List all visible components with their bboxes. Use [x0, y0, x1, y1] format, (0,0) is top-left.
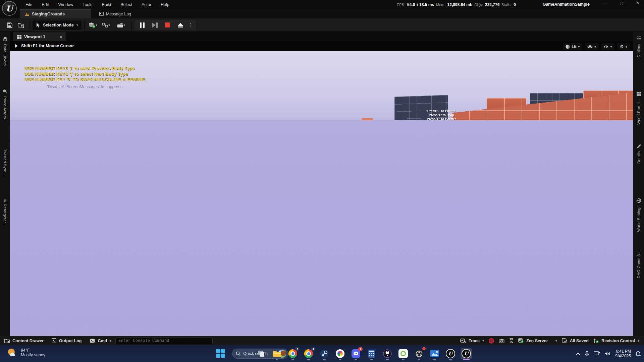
sidebar-item-ik-retargeter[interactable]: IK Retargeter... [0, 199, 10, 226]
crosshair-cursor [319, 189, 325, 194]
menu-file[interactable]: File [21, 1, 36, 8]
pause-icon [140, 22, 145, 28]
unreal-engine-icon[interactable]: U [445, 348, 456, 359]
volume-icon[interactable] [605, 351, 610, 356]
calculator-icon[interactable] [366, 348, 377, 359]
menu-edit[interactable]: Edit [38, 1, 53, 8]
color-wheel-app-icon[interactable] [334, 348, 346, 359]
insights-record-icon[interactable] [489, 338, 494, 344]
file-explorer-icon[interactable] [271, 348, 283, 359]
ue-glyph: U [446, 349, 455, 358]
show-flags-dropdown[interactable]: ▾ [585, 43, 599, 50]
browse-content-button[interactable] [15, 20, 27, 30]
tray-chevron-up-icon[interactable] [576, 352, 580, 355]
step-forward-icon [152, 22, 156, 28]
suppress-hint: 'DisableAllScreenMessages' to suppress [47, 84, 122, 89]
world-partition-icon [636, 92, 641, 97]
viewport-settings-dropdown[interactable]: ⚙ ▾ [617, 43, 630, 50]
cursor-arrow-icon [15, 44, 18, 48]
hourglass-icon[interactable] [509, 338, 514, 343]
viewport-tab[interactable]: Viewport 1 ✕ [13, 33, 66, 41]
performance-stats: FPS: 54.0 / 18.5 ms Mem: 12,898.64 mb Ob… [397, 0, 516, 9]
menu-window[interactable]: Window [54, 1, 77, 8]
prompt-line: Press 'L' to Drop [405, 113, 478, 117]
network-display-icon[interactable] [594, 351, 600, 356]
eject-icon [178, 23, 183, 27]
sidebar-item-world-settings[interactable]: World Settings [633, 198, 644, 232]
green-ring-app-icon[interactable] [397, 348, 409, 359]
cinematics-button[interactable]: ▾ [113, 20, 129, 30]
menu-build[interactable]: Build [98, 1, 115, 8]
eject-button[interactable] [175, 21, 186, 29]
mem-value: 12,898.64 mb [447, 2, 473, 7]
photos-icon[interactable] [429, 348, 440, 359]
add-actor-button[interactable]: ▾ [87, 20, 99, 30]
all-saved-button[interactable]: All Saved [562, 336, 589, 346]
github-icon[interactable] [382, 348, 393, 359]
menu-select[interactable]: Select [116, 1, 136, 8]
camera-speed-dropdown[interactable]: ▾ [601, 43, 614, 50]
details-icon [636, 144, 641, 149]
console-command-input[interactable] [115, 338, 213, 344]
play-options-button[interactable]: ⋮ [187, 21, 194, 29]
task-view-icon[interactable] [256, 348, 267, 359]
tab-message-log[interactable]: Message Log [95, 9, 136, 18]
debug-messages: USE NUMBER KEYS '[' to selct Previous Bo… [24, 66, 145, 82]
zen-server-dropdown[interactable]: Zen Server ▾ [518, 336, 557, 346]
pause-button[interactable] [137, 21, 148, 29]
notifications-bell-icon[interactable] [636, 351, 641, 357]
mem-label: Mem: [436, 3, 445, 7]
clapperboard-icon [117, 22, 123, 28]
cmd-dropdown[interactable]: Cmd ▾ [86, 336, 115, 346]
discord-icon[interactable]: 1 [350, 348, 362, 359]
minimize-button[interactable]: — [602, 1, 609, 5]
close-icon[interactable]: ✕ [59, 35, 62, 39]
sidebar-item-data-layers[interactable]: Data Layers [0, 37, 10, 66]
output-log-button[interactable]: Output Log [48, 336, 86, 346]
sidebar-item-dao-game[interactable]: DAO Game A... [633, 250, 644, 278]
chrome-icon-2[interactable]: J [303, 348, 314, 359]
screenshot-icon[interactable] [499, 339, 504, 343]
taskbar-clock[interactable]: 6:41 PM 9/4/2025 [615, 349, 631, 358]
content-drawer-button[interactable]: Content Drawer [0, 336, 48, 346]
trace-dropdown[interactable]: Trace ▾ [460, 336, 484, 346]
chevron-down-icon: ▾ [110, 339, 111, 343]
chrome-icon[interactable]: J [287, 348, 299, 359]
weather-widget[interactable]: 94°F Mostly sunny [6, 347, 45, 358]
save-button[interactable] [4, 20, 15, 30]
selection-mode-dropdown[interactable]: Selection Mode ▾ [33, 20, 82, 30]
revision-control-icon [593, 338, 599, 343]
sidebar-item-world-partition[interactable]: World Partiti... [633, 92, 644, 125]
unreal-engine-icon-active[interactable]: U [461, 348, 472, 359]
sidebar-label: Data Layers [3, 44, 7, 66]
obs-icon[interactable] [413, 348, 425, 359]
sidebar-item-place-actors[interactable]: Place Actors [0, 89, 10, 119]
globe-icon [636, 198, 641, 203]
lit-mode-dropdown[interactable]: Lit ▾ [563, 43, 582, 50]
revision-control-dropdown[interactable]: Revision Control ▾ [593, 336, 639, 346]
sidebar-item-outliner[interactable]: Outliner [633, 36, 644, 58]
tab-staginggrounds-label: StagingGrounds [32, 12, 65, 16]
tab-staginggrounds[interactable]: StagingGrounds [20, 9, 91, 18]
trace-icon [460, 339, 466, 343]
menu-tools[interactable]: Tools [78, 1, 96, 8]
camera-speed-icon [604, 45, 608, 49]
chevron-down-icon: ▾ [123, 23, 125, 27]
start-button[interactable] [216, 349, 225, 358]
save-check-icon [562, 338, 567, 343]
frame-skip-button[interactable] [149, 21, 161, 29]
save-icon [7, 22, 13, 28]
menu-actor[interactable]: Actor [138, 1, 155, 8]
chevron-down-icon: ▾ [610, 45, 612, 49]
menu-help[interactable]: Help [157, 1, 173, 8]
stop-button[interactable] [162, 21, 173, 29]
microphone-icon[interactable] [585, 351, 589, 357]
steam-icon[interactable] [319, 348, 330, 359]
viewport-scene[interactable]: Shift+F1 for Mouse Cursor Lit ▾ ▾ ▾ [10, 41, 633, 336]
sidebar-item-twisted-byte[interactable]: Twisted Byte... [0, 149, 10, 176]
stalls-value: 0 [514, 2, 516, 7]
close-button[interactable]: ✕ [634, 1, 641, 5]
sidebar-item-details[interactable]: Details [633, 144, 644, 164]
blueprints-button[interactable]: ▾ [99, 20, 113, 30]
maximize-button[interactable]: ▢ [618, 1, 625, 5]
